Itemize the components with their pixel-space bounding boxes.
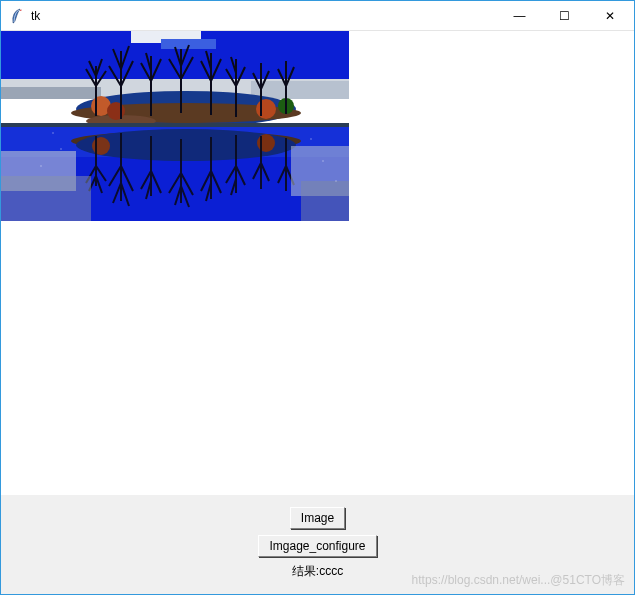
svg-point-18	[92, 137, 110, 155]
image-display	[1, 31, 349, 221]
maximize-icon: ☐	[559, 9, 570, 23]
titlebar[interactable]: tk — ☐ ✕	[1, 1, 634, 31]
minimize-button[interactable]: —	[497, 1, 542, 30]
svg-rect-21	[1, 176, 91, 221]
svg-point-26	[40, 165, 42, 167]
image-configure-button[interactable]: Imgage_configure	[258, 535, 376, 557]
content-area	[1, 31, 634, 495]
minimize-icon: —	[514, 9, 526, 23]
svg-rect-13	[1, 123, 349, 127]
svg-point-19	[257, 134, 275, 152]
window-title: tk	[31, 9, 40, 23]
svg-rect-23	[301, 181, 349, 221]
close-icon: ✕	[605, 9, 615, 23]
maximize-button[interactable]: ☐	[542, 1, 587, 30]
svg-point-29	[335, 180, 337, 182]
svg-point-24	[52, 132, 54, 134]
svg-point-28	[322, 160, 324, 162]
tk-feather-icon	[9, 8, 25, 24]
svg-point-25	[60, 148, 62, 150]
svg-point-10	[107, 102, 125, 120]
svg-point-11	[256, 99, 276, 119]
result-label: 结果:cccc	[292, 563, 343, 580]
bottom-panel: Image Imgage_configure 结果:cccc	[1, 495, 634, 594]
app-window: tk — ☐ ✕	[0, 0, 635, 595]
image-button[interactable]: Image	[290, 507, 345, 529]
svg-rect-5	[251, 81, 349, 99]
close-button[interactable]: ✕	[587, 1, 632, 30]
svg-rect-4	[1, 87, 101, 99]
svg-point-27	[310, 138, 312, 140]
